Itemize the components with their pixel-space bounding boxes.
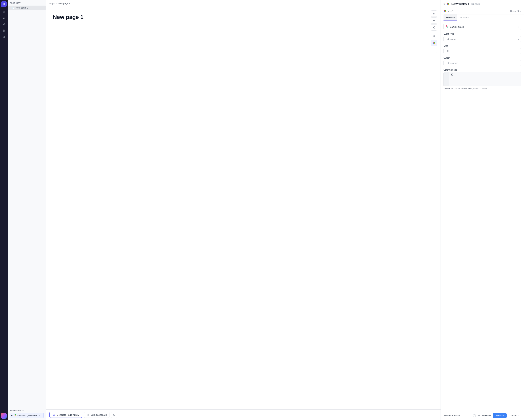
panel-header: » New Workflow 1 workflow1 ···: [441, 0, 524, 8]
svg-line-22: [433, 28, 435, 28]
app-logo[interactable]: H: [1, 1, 7, 7]
code-editor[interactable]: 1 {}: [444, 72, 521, 86]
hint-text: You can set options such as latest, olde…: [444, 88, 521, 89]
extra-action-button[interactable]: [111, 412, 117, 418]
settings-icon[interactable]: [1, 22, 7, 27]
svg-rect-10: [14, 414, 14, 415]
svg-line-21: [433, 27, 435, 27]
page-file-icon: 📄: [12, 7, 15, 9]
hash-button[interactable]: [431, 10, 437, 17]
other-settings-label: Other Settings: [444, 69, 521, 71]
line-number: 1: [444, 72, 449, 86]
add-button[interactable]: [431, 47, 437, 53]
subpage-section: Subpage list ▶ workflow1 (New Work...): [8, 407, 46, 420]
sidebar-item-label: New page 1: [16, 6, 28, 9]
sidebar-item-page[interactable]: ▶ 📄 New page 1: [8, 6, 46, 10]
delete-step-button[interactable]: Delete Step: [510, 10, 521, 12]
svg-rect-39: [448, 4, 449, 5]
breadcrumb-parent[interactable]: Hops: [49, 2, 55, 5]
toolbar-divider: [431, 32, 437, 32]
svg-rect-42: [444, 11, 445, 12]
svg-rect-32: [88, 414, 88, 416]
connection-field-group: Sample Slack ⇅: [444, 24, 521, 30]
tab-bar: General Advanced: [441, 14, 524, 21]
slack-workflow-button[interactable]: [431, 40, 437, 46]
step-header: step1 Delete Step: [441, 8, 524, 14]
cursor-field-group: Cursor: [444, 57, 521, 66]
cursor-input[interactable]: [444, 60, 521, 66]
svg-rect-37: [448, 3, 449, 4]
svg-point-9: [3, 36, 4, 37]
svg-rect-26: [434, 43, 435, 44]
svg-point-7: [3, 30, 5, 30]
breadcrumb: Hops / New page 1: [46, 0, 441, 7]
search-icon[interactable]: [1, 15, 7, 21]
svg-rect-31: [87, 414, 87, 416]
panel-title: New Workflow 1 workflow1: [446, 3, 480, 5]
auto-exec-checkbox[interactable]: [473, 414, 476, 417]
connection-name: Sample Slack: [450, 26, 516, 28]
svg-point-30: [53, 414, 54, 415]
line-content[interactable]: {}: [449, 72, 521, 86]
svg-point-18: [433, 27, 433, 28]
chevron-right-icon: ▶: [10, 7, 11, 9]
event-type-wrapper: List Users ▼: [444, 36, 521, 42]
auto-execution-toggle[interactable]: Auto Execution: [473, 414, 491, 417]
limit-field-group: Limit: [444, 45, 521, 54]
svg-point-20: [435, 28, 435, 28]
limit-label: Limit: [444, 45, 521, 47]
workflow-id: workflow1: [471, 3, 480, 5]
tab-general[interactable]: General: [444, 14, 457, 21]
subpage-header: Subpage list: [10, 409, 44, 411]
required-indicator: *: [455, 33, 455, 35]
svg-point-6: [3, 24, 4, 25]
auto-exec-label: Auto Execution: [477, 414, 491, 417]
main-content: Hops / New page 1 New page 1: [46, 0, 441, 420]
svg-rect-25: [433, 43, 434, 44]
event-type-field-group: Event Type * List Users ▼: [444, 33, 521, 42]
code-line-1: 1 {}: [444, 72, 521, 86]
breadcrumb-separator: /: [56, 2, 57, 5]
right-panel: » New Workflow 1 workflow1 ···: [441, 0, 524, 420]
plugin-icon[interactable]: [1, 34, 7, 40]
svg-rect-36: [447, 3, 448, 4]
tab-advanced[interactable]: Advanced: [457, 14, 473, 21]
event-type-select[interactable]: List Users: [444, 36, 521, 42]
svg-line-5: [4, 19, 5, 19]
subpage-item-workflow[interactable]: ▶ workflow1 (New Work...): [10, 413, 44, 418]
lightning-button[interactable]: [431, 18, 437, 24]
breadcrumb-current: New page 1: [58, 2, 70, 5]
step-title-group: step1: [444, 10, 454, 12]
step-label: step1: [448, 10, 454, 12]
hops-brand-logo: [1, 413, 7, 419]
execution-bar: Execution Result Auto Execution Execute …: [441, 411, 524, 420]
cursor-label: Cursor: [444, 57, 521, 59]
svg-rect-24: [434, 42, 435, 43]
generate-ai-button[interactable]: Generate Page with AI: [49, 412, 82, 418]
pages-icon[interactable]: [1, 9, 7, 15]
data-dashboard-button[interactable]: Data dashboard: [84, 412, 110, 418]
panel-actions: ···: [519, 2, 521, 6]
icon-bar: H: [0, 0, 8, 420]
exec-result-label: Execution Result: [444, 414, 461, 417]
share-button[interactable]: [431, 24, 437, 31]
bottom-bar: Generate Page with AI Data dashboard: [46, 409, 441, 420]
expand-icon[interactable]: »: [444, 2, 445, 6]
svg-rect-33: [88, 414, 89, 416]
chevron-up-icon: ∧: [517, 414, 519, 417]
execute-button[interactable]: Execute: [493, 413, 507, 418]
connection-arrows-icon: ⇅: [518, 26, 519, 28]
exec-actions: Auto Execution Execute Open ∧: [473, 413, 521, 418]
more-menu-icon[interactable]: ···: [519, 2, 521, 6]
sidebar-header: Page list: [8, 0, 46, 6]
workflow-title: New Workflow 1: [451, 3, 469, 5]
limit-input[interactable]: [444, 48, 521, 54]
event-type-label: Event Type *: [444, 33, 521, 35]
connection-selector[interactable]: Sample Slack ⇅: [444, 24, 521, 30]
open-button[interactable]: Open ∧: [509, 413, 521, 418]
other-settings-field-group: Other Settings 1 {} You can set options …: [444, 69, 521, 89]
database-icon[interactable]: [1, 28, 7, 33]
subpage-item-label: workflow1 (New Work...): [17, 414, 40, 417]
history-button[interactable]: [431, 33, 437, 39]
svg-point-4: [3, 17, 4, 19]
